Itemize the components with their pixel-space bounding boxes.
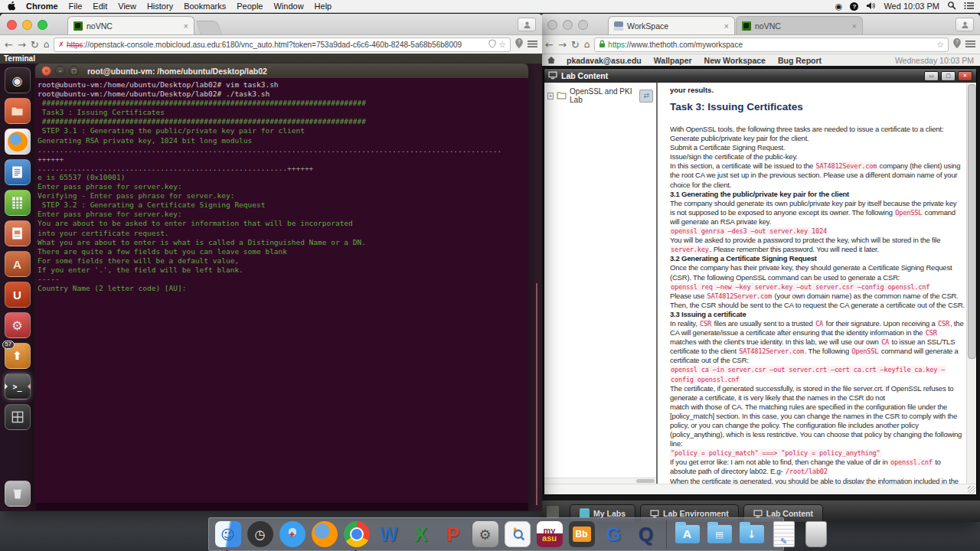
dock-system-preferences-icon[interactable]: ⚙ [471, 520, 499, 549]
zoom-button[interactable] [578, 20, 588, 30]
forward-button[interactable]: → [18, 40, 26, 50]
dock-safari-icon[interactable]: ✦ [278, 520, 306, 549]
reload-button[interactable]: ↻ [571, 40, 580, 50]
back-button[interactable]: ← [545, 40, 554, 50]
dock-powerpoint-icon[interactable]: P [439, 520, 467, 549]
terminal-minimize-icon[interactable]: – [55, 66, 65, 76]
right-address-bar[interactable]: https://www.thethoth.com/myworkspace ☆ [594, 37, 949, 52]
launcher-software-center-icon[interactable]: A [5, 251, 31, 277]
lab-content-title-bar[interactable]: Lab Content ▭ ▢ ✕ [544, 69, 976, 83]
bookmark-new-workspace[interactable]: New Workspace [704, 56, 766, 65]
chrome-menu-icon[interactable] [528, 37, 537, 51]
dock-myasu-icon[interactable]: myasu [535, 520, 564, 549]
bookmarks-home-icon[interactable] [547, 56, 556, 66]
launcher-files-icon[interactable] [5, 98, 31, 124]
zoom-button[interactable] [38, 20, 47, 30]
tab-workspace[interactable]: WorkSpace× [608, 16, 735, 34]
dock-word-icon[interactable]: W [374, 520, 403, 549]
chrome-menu-icon[interactable] [965, 37, 975, 51]
launcher-trash-icon[interactable] [5, 481, 31, 507]
tab-novnc[interactable]: noVNC × [67, 16, 194, 34]
terminal-maximize-icon[interactable]: ▢ [69, 66, 79, 76]
menu-item-edit[interactable]: Edit [93, 2, 107, 11]
tab-close-icon[interactable]: × [724, 21, 729, 31]
apple-menu-icon[interactable] [8, 2, 15, 11]
menu-item-view[interactable]: View [118, 2, 136, 11]
bookmark-wallpaper[interactable]: Wallpaper [654, 56, 692, 65]
left-address-bar[interactable]: ✗ https://openstack-console.mobicloud.as… [54, 37, 511, 52]
menu-item-window[interactable]: Window [273, 2, 303, 11]
dock-search-app-icon[interactable] [503, 520, 531, 549]
forward-button[interactable]: → [558, 40, 567, 50]
bookmark-pkadavak-asu-edu[interactable]: pkadavak@asu.edu [567, 56, 642, 65]
terminal-title-bar[interactable]: ✕ – ▢ root@ubuntu-vm: /home/ubuntu/Deskt… [35, 64, 528, 78]
tree-expand-icon[interactable]: + [547, 93, 554, 99]
dock-trash-icon[interactable] [802, 520, 830, 549]
spotlight-icon[interactable] [947, 1, 956, 11]
help-icon[interactable]: ? [850, 2, 858, 11]
bookmark-star-icon[interactable]: ☆ [498, 40, 506, 50]
new-tab-button[interactable] [196, 21, 222, 34]
back-button[interactable]: ← [5, 40, 13, 50]
launcher-terminal-icon[interactable]: >_ [5, 373, 31, 399]
dock-quicktime-icon[interactable]: Q [632, 520, 660, 549]
dock-applications-folder-icon[interactable]: A [673, 520, 701, 549]
launcher-dash-home-icon[interactable]: ◉ [5, 67, 31, 93]
menu-item-help[interactable]: Help [315, 2, 332, 11]
reload-button[interactable]: ↻ [31, 40, 39, 50]
geolocation-pin-icon[interactable]: ? [515, 37, 523, 51]
doc-scrollbar[interactable] [966, 83, 976, 484]
dock-chrome-icon[interactable] [342, 520, 371, 549]
tree-tool-icon[interactable]: ⇄ [639, 90, 653, 103]
profile-button[interactable] [956, 18, 974, 31]
tab-close-icon[interactable]: × [852, 21, 857, 31]
launcher-libreoffice-calc-icon[interactable] [5, 190, 31, 216]
screen-record-icon[interactable]: ◉ [835, 2, 843, 11]
menu-clock[interactable]: Wed 10:03 PM [884, 2, 939, 11]
minimize-button[interactable] [563, 20, 573, 30]
dock-finder-icon[interactable]: ☺ [214, 520, 242, 549]
dock-blackboard-icon[interactable]: Bb [567, 520, 596, 549]
launcher-ubuntu-one-icon[interactable]: U [5, 282, 31, 308]
dock-firefox-icon[interactable] [310, 520, 338, 549]
lab-maximize-button[interactable]: ▢ [941, 71, 956, 81]
bookmark-bug-report[interactable]: Bug Report [778, 56, 822, 65]
home-button[interactable]: ⌂ [584, 40, 590, 49]
bookmark-star-icon[interactable]: ☆ [936, 40, 944, 50]
menu-item-people[interactable]: People [237, 2, 263, 11]
lab-close-button[interactable]: ✕ [958, 71, 972, 81]
close-button[interactable] [7, 20, 17, 30]
dock-g-app-icon[interactable]: G [599, 520, 628, 549]
volume-icon[interactable] [866, 2, 876, 11]
profile-button[interactable] [518, 18, 536, 31]
launcher-software-updater-icon[interactable]: ⬆57 [5, 343, 31, 369]
lab-content-window[interactable]: Lab Content ▭ ▢ ✕ + OpenSSL and PKI Lab … [544, 68, 977, 495]
lab-bottom-scrollbar[interactable] [544, 484, 976, 494]
minimize-button[interactable] [22, 20, 32, 30]
menu-item-bookmarks[interactable]: Bookmarks [184, 2, 226, 11]
terminal-window[interactable]: ✕ – ▢ root@ubuntu-vm: /home/ubuntu/Deskt… [35, 64, 528, 510]
dock-excel-icon[interactable]: X [407, 520, 435, 549]
menu-item-history[interactable]: History [147, 2, 173, 11]
menu-item-file[interactable]: File [69, 2, 83, 11]
launcher-workspace-switcher-icon[interactable] [5, 404, 31, 430]
launcher-firefox-icon[interactable] [5, 129, 31, 155]
terminal-output[interactable]: root@ubuntu-vm:/home/ubuntu/Desktop/lab0… [35, 78, 528, 510]
tree-item-openssl-lab[interactable]: + OpenSSL and PKI Lab ⇄ [544, 83, 656, 109]
menu-app-name[interactable]: Chrome [26, 2, 58, 11]
close-button[interactable] [547, 20, 557, 30]
dock-textedit-document-icon[interactable]: ✎ [769, 520, 798, 549]
dock-downloads-folder-icon[interactable]: ↓ [737, 520, 766, 549]
launcher-libreoffice-writer-icon[interactable] [5, 159, 31, 185]
tab-close-icon[interactable]: × [184, 21, 188, 31]
geolocation-pin-icon[interactable]: ? [953, 37, 961, 51]
taskbar-app-icon[interactable] [547, 506, 559, 518]
dock-activity-monitor-icon[interactable]: ◷ [246, 520, 274, 549]
launcher-system-settings-icon[interactable]: ⚙ [5, 312, 31, 338]
notification-center-icon[interactable] [964, 2, 974, 11]
doc-scroll-thumb[interactable] [968, 84, 976, 359]
dock-documents-folder-icon[interactable]: ▤ [705, 520, 733, 549]
launcher-libreoffice-impress-icon[interactable] [5, 220, 31, 246]
home-button[interactable]: ⌂ [44, 40, 50, 49]
lab-minimize-button[interactable]: ▭ [924, 71, 939, 81]
